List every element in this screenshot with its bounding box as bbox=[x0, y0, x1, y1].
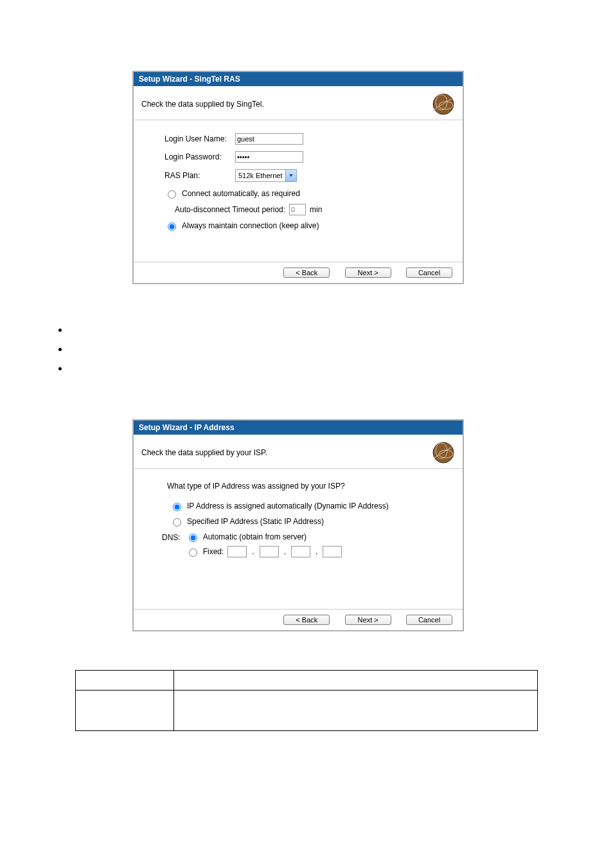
keep-alive-label: Always maintain connection (keep alive) bbox=[182, 221, 319, 230]
dns-auto-radio[interactable] bbox=[189, 534, 197, 542]
back-button[interactable]: < Back bbox=[283, 267, 330, 278]
login-password-label: Login Password: bbox=[164, 152, 235, 161]
dns-label: DNS: bbox=[162, 533, 181, 542]
wizard-description: Check the data supplied by SingTel. bbox=[141, 100, 264, 109]
table-row bbox=[76, 671, 538, 691]
dns-octet-1[interactable] bbox=[227, 546, 247, 557]
dns-octet-4[interactable] bbox=[323, 546, 342, 557]
wizard-button-row: < Back Next > Cancel bbox=[134, 609, 463, 630]
cancel-button[interactable]: Cancel bbox=[406, 267, 452, 278]
globe-icon bbox=[432, 441, 455, 464]
wizard-title: Setup Wizard - IP Address bbox=[139, 423, 235, 432]
globe-icon bbox=[432, 93, 455, 116]
list-item bbox=[69, 323, 613, 342]
back-button[interactable]: < Back bbox=[283, 615, 330, 625]
ras-plan-value: 512k Ethernet bbox=[236, 172, 285, 179]
wizard-description: Check the data supplied by your ISP. bbox=[141, 448, 267, 457]
cancel-button[interactable]: Cancel bbox=[406, 615, 452, 625]
wizard-header: Setup Wizard - SingTel RAS bbox=[134, 72, 463, 86]
dns-octet-3[interactable] bbox=[291, 546, 310, 557]
wizard-body: What type of IP Address was assigned by … bbox=[134, 469, 463, 609]
auto-disconnect-unit: min bbox=[310, 205, 322, 214]
connect-auto-label: Connect automatically, as required bbox=[182, 189, 300, 198]
wizard-title: Setup Wizard - SingTel RAS bbox=[139, 75, 240, 84]
dot-separator: . bbox=[315, 547, 317, 556]
next-button[interactable]: Next > bbox=[345, 615, 391, 625]
dns-fixed-radio[interactable] bbox=[189, 548, 197, 557]
ip-heading: What type of IP Address was assigned by … bbox=[167, 482, 450, 491]
bullet-list bbox=[58, 323, 613, 381]
login-user-label: Login User Name: bbox=[164, 134, 235, 143]
auto-disconnect-label: Auto-disconnect Timeout period: bbox=[175, 205, 285, 214]
dns-auto-label: Automatic (obtain from server) bbox=[203, 532, 306, 541]
login-password-input[interactable] bbox=[235, 151, 303, 163]
list-item bbox=[69, 342, 613, 361]
dot-separator: . bbox=[252, 547, 254, 556]
table-row bbox=[76, 691, 538, 731]
svg-point-0 bbox=[433, 94, 454, 114]
dot-separator: . bbox=[284, 547, 286, 556]
connect-auto-radio[interactable] bbox=[168, 190, 176, 199]
dynamic-ip-radio[interactable] bbox=[173, 503, 181, 511]
auto-disconnect-input[interactable] bbox=[289, 204, 306, 215]
list-item bbox=[69, 361, 613, 381]
ras-plan-select[interactable]: 512k Ethernet bbox=[235, 169, 297, 182]
svg-point-3 bbox=[433, 442, 454, 463]
wizard-body: Login User Name: Login Password: RAS Pla… bbox=[134, 120, 463, 262]
ras-plan-label: RAS Plan: bbox=[164, 171, 235, 180]
wizard-ip-address: Setup Wizard - IP Address Check the data… bbox=[132, 419, 464, 631]
dns-octet-2[interactable] bbox=[260, 546, 279, 557]
dynamic-ip-label: IP Address is assigned automatically (Dy… bbox=[187, 502, 389, 511]
keep-alive-radio[interactable] bbox=[168, 222, 176, 231]
wizard-description-row: Check the data supplied by SingTel. bbox=[134, 86, 463, 120]
login-user-input[interactable] bbox=[235, 133, 303, 145]
wizard-header: Setup Wizard - IP Address bbox=[134, 420, 463, 435]
wizard-description-row: Check the data supplied by your ISP. bbox=[134, 435, 463, 469]
chevron-down-icon bbox=[285, 170, 296, 181]
static-ip-label: Specified IP Address (Static IP Address) bbox=[187, 517, 324, 526]
dns-fixed-label: Fixed: bbox=[203, 547, 224, 556]
wizard-singtel-ras: Setup Wizard - SingTel RAS Check the dat… bbox=[132, 71, 464, 284]
settings-table bbox=[75, 670, 538, 731]
static-ip-radio[interactable] bbox=[173, 518, 181, 527]
next-button[interactable]: Next > bbox=[345, 267, 391, 278]
wizard-button-row: < Back Next > Cancel bbox=[134, 262, 463, 283]
